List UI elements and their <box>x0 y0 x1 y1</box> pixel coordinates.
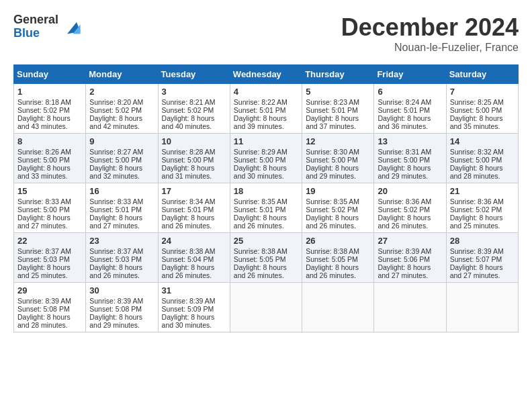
day-number: 22 <box>17 236 82 246</box>
day-number: 29 <box>17 285 82 295</box>
day-number: 26 <box>306 236 370 246</box>
day-cell-26: 26Sunrise: 8:38 AMSunset: 5:05 PMDayligh… <box>302 233 374 283</box>
day-cell-31: 31Sunrise: 8:39 AMSunset: 5:09 PMDayligh… <box>158 283 230 332</box>
day-cell-18: 18Sunrise: 8:35 AMSunset: 5:01 PMDayligh… <box>230 183 302 233</box>
title-block: December 2024 Nouan-le-Fuzelier, France <box>341 13 519 54</box>
col-wednesday: Wednesday <box>230 65 302 84</box>
day-cell-28: 28Sunrise: 8:39 AMSunset: 5:07 PMDayligh… <box>446 233 518 283</box>
calendar-row-5: 29Sunrise: 8:39 AMSunset: 5:08 PMDayligh… <box>14 283 519 332</box>
logo-blue: Blue <box>13 27 58 40</box>
day-number: 14 <box>450 136 515 146</box>
day-number: 30 <box>89 285 154 295</box>
day-number: 25 <box>234 236 298 246</box>
day-cell-25: 25Sunrise: 8:38 AMSunset: 5:05 PMDayligh… <box>230 233 302 283</box>
col-saturday: Saturday <box>446 65 518 84</box>
day-number: 4 <box>234 87 298 97</box>
day-cell-29: 29Sunrise: 8:39 AMSunset: 5:08 PMDayligh… <box>14 283 86 332</box>
empty-cell <box>446 283 518 332</box>
day-cell-6: 6Sunrise: 8:24 AMSunset: 5:01 PMDaylight… <box>374 84 446 134</box>
day-number: 8 <box>17 136 82 146</box>
day-number: 5 <box>306 87 370 97</box>
day-cell-2: 2Sunrise: 8:20 AMSunset: 5:02 PMDaylight… <box>86 84 158 134</box>
day-cell-8: 8Sunrise: 8:26 AMSunset: 5:00 PMDaylight… <box>14 134 86 183</box>
day-cell-19: 19Sunrise: 8:35 AMSunset: 5:02 PMDayligh… <box>302 183 374 233</box>
day-cell-23: 23Sunrise: 8:37 AMSunset: 5:03 PMDayligh… <box>86 233 158 283</box>
day-number: 17 <box>162 186 226 196</box>
header-row: Sunday Monday Tuesday Wednesday Thursday… <box>14 65 519 84</box>
location: Nouan-le-Fuzelier, France <box>341 42 519 54</box>
calendar-row-1: 1Sunrise: 8:18 AMSunset: 5:02 PMDaylight… <box>14 84 519 134</box>
day-number: 28 <box>450 236 515 246</box>
col-friday: Friday <box>374 65 446 84</box>
day-number: 21 <box>450 186 515 196</box>
day-cell-4: 4Sunrise: 8:22 AMSunset: 5:01 PMDaylight… <box>230 84 302 134</box>
day-number: 10 <box>162 136 226 146</box>
day-number: 27 <box>378 236 442 246</box>
day-number: 24 <box>162 236 226 246</box>
calendar-row-4: 22Sunrise: 8:37 AMSunset: 5:03 PMDayligh… <box>14 233 519 283</box>
day-number: 13 <box>378 136 442 146</box>
empty-cell <box>374 283 446 332</box>
day-number: 11 <box>234 136 298 146</box>
empty-cell <box>230 283 302 332</box>
day-cell-15: 15Sunrise: 8:33 AMSunset: 5:00 PMDayligh… <box>14 183 86 233</box>
day-number: 15 <box>17 186 82 196</box>
calendar-table: Sunday Monday Tuesday Wednesday Thursday… <box>13 64 519 332</box>
day-cell-21: 21Sunrise: 8:36 AMSunset: 5:02 PMDayligh… <box>446 183 518 233</box>
logo-general: General <box>13 13 58 27</box>
logo: General Blue <box>13 13 81 40</box>
calendar-row-2: 8Sunrise: 8:26 AMSunset: 5:00 PMDaylight… <box>14 134 519 183</box>
day-cell-9: 9Sunrise: 8:27 AMSunset: 5:00 PMDaylight… <box>86 134 158 183</box>
day-cell-7: 7Sunrise: 8:25 AMSunset: 5:00 PMDaylight… <box>446 84 518 134</box>
day-number: 31 <box>162 285 226 295</box>
day-cell-1: 1Sunrise: 8:18 AMSunset: 5:02 PMDaylight… <box>14 84 86 134</box>
day-number: 3 <box>162 87 226 97</box>
day-number: 1 <box>17 87 82 97</box>
day-cell-5: 5Sunrise: 8:23 AMSunset: 5:01 PMDaylight… <box>302 84 374 134</box>
page-header: General Blue December 2024 Nouan-le-Fuze… <box>13 13 519 54</box>
empty-cell <box>302 283 374 332</box>
day-number: 2 <box>89 87 154 97</box>
col-tuesday: Tuesday <box>158 65 230 84</box>
day-cell-10: 10Sunrise: 8:28 AMSunset: 5:00 PMDayligh… <box>158 134 230 183</box>
month-title: December 2024 <box>341 13 519 42</box>
day-cell-11: 11Sunrise: 8:29 AMSunset: 5:00 PMDayligh… <box>230 134 302 183</box>
day-cell-24: 24Sunrise: 8:38 AMSunset: 5:04 PMDayligh… <box>158 233 230 283</box>
col-monday: Monday <box>86 65 158 84</box>
day-cell-30: 30Sunrise: 8:39 AMSunset: 5:08 PMDayligh… <box>86 283 158 332</box>
day-number: 6 <box>378 87 442 97</box>
day-number: 19 <box>306 186 370 196</box>
calendar-row-3: 15Sunrise: 8:33 AMSunset: 5:00 PMDayligh… <box>14 183 519 233</box>
day-number: 23 <box>89 236 154 246</box>
day-number: 18 <box>234 186 298 196</box>
day-cell-13: 13Sunrise: 8:31 AMSunset: 5:00 PMDayligh… <box>374 134 446 183</box>
day-number: 9 <box>89 136 154 146</box>
day-cell-14: 14Sunrise: 8:32 AMSunset: 5:00 PMDayligh… <box>446 134 518 183</box>
logo-icon <box>62 17 81 36</box>
col-thursday: Thursday <box>302 65 374 84</box>
day-number: 7 <box>450 87 515 97</box>
day-cell-22: 22Sunrise: 8:37 AMSunset: 5:03 PMDayligh… <box>14 233 86 283</box>
col-sunday: Sunday <box>14 65 86 84</box>
day-number: 20 <box>378 186 442 196</box>
day-cell-3: 3Sunrise: 8:21 AMSunset: 5:02 PMDaylight… <box>158 84 230 134</box>
day-number: 12 <box>306 136 370 146</box>
day-cell-27: 27Sunrise: 8:39 AMSunset: 5:06 PMDayligh… <box>374 233 446 283</box>
day-cell-17: 17Sunrise: 8:34 AMSunset: 5:01 PMDayligh… <box>158 183 230 233</box>
day-number: 16 <box>89 186 154 196</box>
day-cell-12: 12Sunrise: 8:30 AMSunset: 5:00 PMDayligh… <box>302 134 374 183</box>
day-cell-20: 20Sunrise: 8:36 AMSunset: 5:02 PMDayligh… <box>374 183 446 233</box>
day-cell-16: 16Sunrise: 8:33 AMSunset: 5:01 PMDayligh… <box>86 183 158 233</box>
